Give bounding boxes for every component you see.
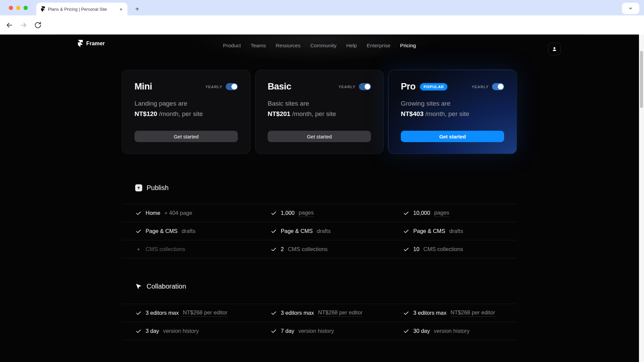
feature-value: 2 (281, 246, 284, 252)
yearly-toggle[interactable] (359, 83, 371, 90)
nav-link-pricing[interactable]: Pricing (400, 43, 416, 49)
tab-title: Plans & Pricing | Personal Site (48, 7, 116, 12)
feature-label[interactable]: NT$268 per editor (450, 309, 495, 317)
section-title: Collaboration (147, 283, 186, 290)
feature-label[interactable]: NT$268 per editor (318, 309, 363, 317)
nav-link-teams[interactable]: Teams (251, 43, 266, 49)
feature-label: CMS collections (288, 246, 327, 252)
publish-section-header: Publish (135, 184, 169, 192)
plan-card-mini: Mini YEARLY Landing pages are NT$120 /mo… (122, 70, 251, 154)
check-icon (271, 246, 277, 252)
nav-links: Product Teams Resources Community Help E… (0, 35, 639, 57)
nav-link-community[interactable]: Community (310, 43, 336, 49)
person-icon (551, 46, 558, 52)
plan-description: Growing sites are (401, 100, 504, 107)
new-tab-button[interactable]: + (133, 5, 142, 13)
feature-label: version history (298, 328, 334, 334)
feature-cell: 30 dayversion history (403, 322, 470, 340)
check-icon (403, 246, 409, 252)
framer-pricing-page: Framer Product Teams Resources Community… (0, 35, 639, 362)
billing-period-label: YEARLY (338, 85, 356, 89)
feature-cell: 3 dayversion history (136, 322, 199, 340)
table-row: Home+ 404 page 1,000pages 10,000pages (122, 204, 516, 222)
check-icon (403, 310, 409, 316)
account-button[interactable] (548, 43, 561, 55)
scrollbar-thumb[interactable] (640, 51, 643, 108)
get-started-button[interactable]: Get started (135, 131, 238, 142)
feature-cell: Page & CMSdrafts (271, 222, 331, 240)
site-navbar: Framer Product Teams Resources Community… (0, 35, 639, 57)
page-scrollbar[interactable] (639, 35, 644, 362)
feature-label[interactable]: pages (299, 209, 314, 217)
yearly-toggle[interactable] (492, 83, 504, 90)
nav-link-enterprise[interactable]: Enterprise (367, 43, 390, 49)
toggle-knob (231, 84, 237, 89)
plan-price-row: NT$201 /month, per site (268, 110, 371, 118)
toggle-knob (498, 84, 503, 89)
browser-window: Plans & Pricing | Personal Site × + ⋮ (0, 0, 644, 362)
table-row: Page & CMSdrafts Page & CMSdrafts Page &… (122, 222, 516, 240)
check-icon (271, 328, 277, 334)
feature-cell: Page & CMSdrafts (136, 222, 196, 240)
check-icon (136, 310, 142, 316)
plan-price-suffix: /month, per site (159, 110, 203, 117)
feature-cell: 10CMS collections (403, 240, 463, 258)
feature-value: Page & CMS (413, 228, 445, 234)
check-icon (271, 228, 277, 234)
check-icon (403, 328, 409, 334)
tab-close-icon[interactable]: × (118, 6, 124, 12)
check-icon (271, 210, 277, 216)
feature-cell: 1,000pages (271, 204, 314, 222)
plan-price: NT$403 (401, 110, 424, 117)
plan-price: NT$120 (135, 110, 157, 117)
plan-card-basic: Basic YEARLY Basic sites are NT$201 /mon… (255, 70, 384, 154)
browser-tab[interactable]: Plans & Pricing | Personal Site × (36, 3, 127, 15)
feature-label: CMS collections (146, 246, 185, 252)
feature-value: 3 day (146, 328, 159, 334)
feature-cell: 3 editors maxNT$268 per editor (403, 304, 495, 322)
yearly-toggle[interactable] (226, 83, 238, 90)
feature-value: Home (146, 210, 160, 216)
publish-feature-table: Home+ 404 page 1,000pages 10,000pages Pa… (122, 204, 516, 258)
forward-icon[interactable] (19, 21, 28, 29)
nav-link-help[interactable]: Help (346, 43, 357, 49)
minimize-window-button[interactable] (16, 6, 20, 10)
close-window-button[interactable] (9, 6, 13, 10)
reload-icon[interactable] (34, 21, 42, 29)
zoom-window-button[interactable] (23, 6, 28, 10)
dot-icon (136, 246, 142, 252)
feature-value: 10,000 (413, 210, 430, 216)
tab-strip: Plans & Pricing | Personal Site × + (0, 0, 644, 15)
collaboration-feature-table: 3 editors maxNT$268 per editor 3 editors… (122, 304, 516, 340)
plan-price-suffix: /month, per site (425, 110, 469, 117)
feature-label[interactable]: pages (434, 209, 449, 217)
plan-name: Mini (135, 81, 152, 92)
billing-period-label: YEARLY (472, 85, 489, 89)
popular-badge: POPULAR (420, 83, 447, 90)
feature-value: 7 day (281, 328, 294, 334)
feature-cell: 2CMS collections (271, 240, 327, 258)
check-icon (136, 210, 142, 216)
framer-favicon-icon (41, 6, 45, 12)
plan-cards: Mini YEARLY Landing pages are NT$120 /mo… (122, 70, 517, 154)
back-icon[interactable] (5, 21, 13, 29)
feature-label: version history (163, 328, 199, 334)
plan-name: Pro (401, 81, 416, 92)
window-controls (9, 6, 28, 10)
get-started-button[interactable]: Get started (268, 131, 371, 142)
feature-cell: 10,000pages (403, 204, 449, 222)
nav-link-resources[interactable]: Resources (276, 43, 301, 49)
plan-price-row: NT$403 /month, per site (401, 110, 504, 118)
feature-cell: 7 dayversion history (271, 322, 334, 340)
nav-link-product[interactable]: Product (223, 43, 241, 49)
feature-value: 10 (413, 246, 419, 252)
get-started-button[interactable]: Get started (401, 131, 504, 142)
tab-search-chevron-button[interactable] (622, 3, 639, 14)
plan-price-suffix: /month, per site (292, 110, 336, 117)
feature-label[interactable]: NT$268 per editor (183, 309, 227, 317)
check-icon (136, 328, 142, 334)
feature-value: Page & CMS (281, 228, 313, 234)
feature-value: 3 editors max (281, 310, 314, 316)
feature-cell: 3 editors maxNT$268 per editor (136, 304, 227, 322)
table-row: 3 editors maxNT$268 per editor 3 editors… (122, 304, 516, 322)
